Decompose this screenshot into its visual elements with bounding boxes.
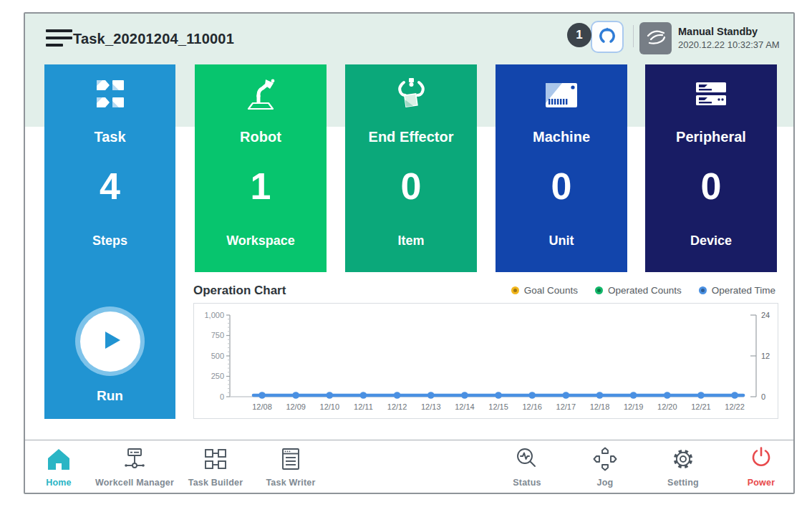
- x-axis-tick-label: 12/09: [286, 402, 306, 411]
- x-axis-tick-label: 12/20: [657, 402, 677, 411]
- x-axis-tick-label: 12/12: [387, 402, 407, 411]
- legend-dot-icon: [511, 286, 519, 294]
- card-label: Machine: [496, 129, 627, 145]
- nav-label: Workcell Manager: [88, 478, 181, 488]
- mode-status-label: Manual Standby: [678, 26, 758, 37]
- legend-dot-icon: [595, 286, 603, 294]
- menu-icon[interactable]: [46, 28, 73, 49]
- workcell-manager-icon: [122, 447, 148, 474]
- card-task[interactable]: Task4StepsRun: [44, 64, 175, 419]
- card-unit: Item: [345, 233, 477, 248]
- card-label: Robot: [195, 129, 327, 145]
- x-axis-tick-label: 12/18: [590, 402, 610, 411]
- left-axis-tick-label: 500: [211, 352, 224, 360]
- data-point-marker: [664, 392, 671, 399]
- legend-item: Goal Counts: [511, 285, 578, 296]
- x-axis-tick-label: 12/08: [252, 402, 272, 411]
- x-axis-tick-label: 12/21: [691, 402, 711, 411]
- card-unit: Device: [645, 233, 777, 248]
- card-end-effector[interactable]: End Effector0Item: [345, 64, 477, 272]
- legend-item: Operated Counts: [595, 285, 682, 296]
- bottom-nav: HomeWorkcell ManagerTask BuilderTask Wri…: [25, 440, 793, 494]
- peripheral-icon: [692, 78, 730, 115]
- card-value: 4: [44, 165, 175, 208]
- task-builder-icon: [203, 447, 228, 474]
- chart-legend: Goal CountsOperated CountsOperated Time: [511, 285, 775, 296]
- card-peripheral[interactable]: Peripheral0Device: [645, 64, 777, 272]
- nav-item-workcell-manager[interactable]: Workcell Manager: [88, 446, 181, 488]
- x-axis-tick-label: 12/11: [354, 402, 373, 411]
- x-axis-tick-label: 12/15: [488, 402, 508, 411]
- status-icon: [514, 446, 540, 475]
- data-point-marker: [697, 392, 705, 399]
- operation-chart: 1,000750500250012/0812/0912/1012/1112/12…: [193, 303, 778, 419]
- setting-icon: [670, 446, 696, 475]
- data-point-marker: [528, 392, 536, 399]
- card-label: End Effector: [345, 129, 477, 145]
- left-axis-tick-label: 0: [220, 392, 224, 401]
- task-writer-icon: [278, 447, 304, 474]
- x-axis-tick-label: 12/14: [455, 402, 475, 411]
- chart-title: Operation Chart: [193, 284, 286, 298]
- nav-label: Task Writer: [244, 478, 337, 488]
- card-value: 1: [195, 165, 327, 208]
- right-axis-tick-label: 12: [761, 352, 770, 360]
- x-axis-tick-label: 12/22: [725, 402, 745, 411]
- data-point-marker: [596, 392, 604, 399]
- left-axis-tick-label: 250: [211, 372, 224, 380]
- card-value: 0: [645, 165, 777, 208]
- legend-item: Operated Time: [699, 285, 775, 296]
- jog-icon: [592, 446, 618, 475]
- nav-label: Power: [715, 478, 795, 488]
- data-point-marker: [495, 392, 502, 399]
- legend-label: Goal Counts: [524, 285, 578, 296]
- data-point-marker: [461, 392, 468, 399]
- card-unit: Workspace: [195, 233, 327, 248]
- legend-label: Operated Time: [712, 285, 775, 296]
- chart-canvas: 1,000750500250012/0812/0912/1012/1112/12…: [194, 304, 778, 418]
- nav-item-power[interactable]: Power: [715, 446, 795, 488]
- machine-icon: [542, 77, 581, 116]
- notification-badge[interactable]: 1: [567, 23, 591, 47]
- left-axis-tick-label: 750: [211, 331, 224, 339]
- card-label: Task: [44, 129, 175, 145]
- data-point-marker: [563, 392, 570, 399]
- gripper-icon: [392, 76, 430, 117]
- gripper-recovery-icon: [596, 24, 619, 50]
- legend-label: Operated Counts: [608, 285, 682, 296]
- x-axis-tick-label: 12/10: [320, 402, 340, 411]
- data-point-marker: [292, 392, 299, 399]
- nav-item-task-writer[interactable]: Task Writer: [244, 446, 337, 488]
- x-axis-tick-label: 12/16: [522, 402, 542, 411]
- manual-mode-button[interactable]: [639, 22, 672, 54]
- card-machine[interactable]: Machine0Unit: [496, 64, 627, 272]
- card-robot[interactable]: Robot1Workspace: [195, 64, 327, 272]
- data-point-marker: [427, 392, 435, 399]
- card-value: 0: [345, 165, 477, 208]
- hand-icon: [644, 25, 668, 52]
- data-point-marker: [630, 392, 637, 399]
- task-blocks-icon: [92, 77, 129, 116]
- data-point-marker: [327, 392, 334, 399]
- header-divider: [633, 25, 634, 47]
- run-button[interactable]: [75, 306, 145, 376]
- card-value: 0: [496, 165, 627, 208]
- x-axis-tick-label: 12/13: [421, 402, 441, 411]
- home-icon: [46, 447, 72, 474]
- x-axis-tick-label: 12/19: [624, 402, 644, 411]
- mode-timestamp: 2020.12.22 10:32:37 AM: [678, 39, 780, 50]
- task-title: Task_20201204_110001: [73, 31, 234, 47]
- play-icon: [96, 326, 125, 357]
- data-point-marker: [394, 392, 401, 399]
- run-label: Run: [44, 388, 175, 404]
- app-window: Task_20201204_110001 1 Manual Standby 20…: [24, 12, 795, 494]
- robot-arm-icon: [241, 76, 280, 117]
- left-axis-tick-label: 1,000: [204, 311, 224, 319]
- gripper-button[interactable]: [591, 21, 624, 53]
- right-axis-tick-label: 0: [761, 392, 765, 401]
- x-axis-tick-label: 12/17: [556, 402, 576, 411]
- card-label: Peripheral: [645, 129, 777, 145]
- data-point-marker: [258, 392, 266, 399]
- data-point-marker: [360, 392, 367, 399]
- power-icon: [748, 446, 774, 475]
